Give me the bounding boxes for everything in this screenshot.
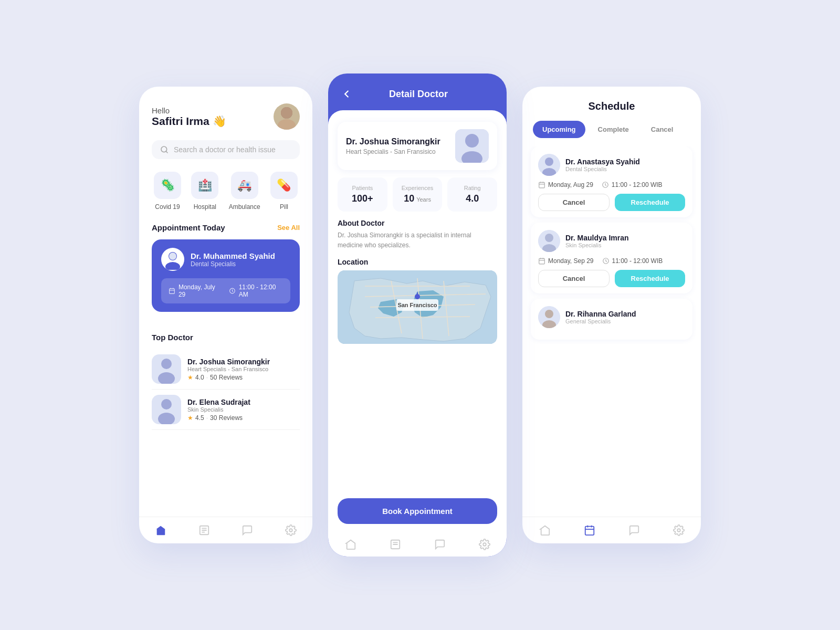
svg-point-44: [545, 158, 553, 166]
detail-title: Detail Doctor: [359, 89, 478, 100]
svg-rect-54: [539, 258, 545, 264]
location-title: Location: [338, 258, 497, 266]
category-hospital[interactable]: 🏥 Hospital: [191, 172, 218, 211]
patients-label: Patients: [343, 185, 382, 191]
home-nav-icon[interactable]: [155, 524, 166, 536]
doctor-thumbnail: [152, 395, 181, 424]
detail-doctor-specialty: Heart Specialis - San Fransisico: [346, 148, 440, 155]
settings-nav-icon[interactable]: [479, 539, 490, 550]
calendar-nav-icon[interactable]: [584, 524, 595, 536]
category-covid-label: Covid 19: [155, 203, 180, 211]
doctor-rating: ★ 4.0 · 50 Reviews: [187, 374, 270, 381]
settings-nav-icon[interactable]: [673, 524, 685, 536]
calendar-icon: [169, 287, 175, 295]
about-text: Dr. Joshua Simorangkir is a specialist i…: [338, 230, 497, 250]
schedule-doctor-name: Dr. Mauldya Imran: [565, 234, 629, 242]
doctor-name: Dr. Joshua Simorangkir: [187, 358, 270, 366]
svg-point-52: [545, 234, 553, 242]
experience-value: 10: [404, 193, 414, 204]
appointment-doctor-name: Dr. Muhammed Syahid: [191, 251, 275, 260]
home-nav-icon[interactable]: [345, 539, 356, 550]
chat-nav-icon[interactable]: [242, 524, 253, 536]
svg-point-6: [165, 262, 180, 270]
cancel-button[interactable]: Cancel: [538, 270, 610, 287]
list-nav-icon[interactable]: [390, 539, 401, 550]
tab-cancel[interactable]: Cancel: [642, 121, 683, 138]
svg-point-60: [545, 310, 553, 318]
schedule-item: Dr. Rihanna Garland General Specialis: [531, 299, 692, 340]
reschedule-button[interactable]: Reschedule: [615, 194, 685, 211]
left-phone-card: Hello Safitri Irma 👋 Search a doctor or …: [139, 87, 312, 543]
doctor-name: Dr. Elena Sudrajat: [187, 398, 250, 406]
list-item[interactable]: Dr. Elena Sudrajat Skin Specialis ★ 4.5 …: [152, 390, 300, 430]
location-section: Location: [338, 258, 497, 344]
doctor-specialty: Skin Specialis: [187, 406, 250, 413]
review-count: 30 Reviews: [210, 414, 243, 422]
chat-nav-icon[interactable]: [628, 524, 640, 536]
rating-value: 4.0: [195, 374, 204, 381]
hospital-icon: 🏥: [191, 172, 218, 199]
detail-header: Detail Doctor: [328, 74, 507, 110]
schedule-title: Schedule: [522, 87, 701, 121]
experience-label: Experiences: [398, 185, 437, 191]
list-nav-icon[interactable]: [198, 524, 210, 536]
bottom-nav: [139, 517, 312, 543]
top-doctor-section: Top Doctor Dr. Joshua Simorangkir Heart …: [139, 333, 312, 430]
schedule-doctor-avatar: [538, 154, 560, 176]
doctor-rating: ★ 4.5 · 30 Reviews: [187, 414, 250, 422]
ambulance-icon: 🚑: [231, 172, 258, 199]
category-hospital-label: Hospital: [194, 203, 216, 211]
avatar[interactable]: [274, 103, 300, 130]
stats-row: Patients 100+ Experiences 10 Years Ratin…: [338, 177, 497, 212]
right-bottom-nav: [522, 517, 701, 543]
svg-rect-62: [585, 527, 594, 536]
doctor-thumbnail: [152, 354, 181, 384]
back-arrow-icon[interactable]: [341, 88, 352, 100]
pill-icon: 💊: [270, 172, 298, 199]
clock-icon: [602, 181, 609, 188]
tab-upcoming[interactable]: Upcoming: [533, 121, 585, 138]
see-all-link[interactable]: See All: [277, 224, 300, 232]
book-appointment-button[interactable]: Book Appointment: [338, 498, 497, 524]
about-section: About Doctor Dr. Joshua Simorangkir is a…: [338, 219, 497, 250]
reschedule-button[interactable]: Reschedule: [615, 270, 685, 287]
review-count: 50 Reviews: [210, 374, 243, 381]
svg-point-2: [281, 107, 292, 119]
tab-complete[interactable]: Complete: [589, 121, 638, 138]
schedule-doctor-specialty: Dental Specialis: [565, 166, 640, 172]
schedule-doctor-name: Dr. Rihanna Garland: [565, 310, 636, 318]
category-ambulance[interactable]: 🚑 Ambulance: [229, 172, 260, 211]
schedule-doctor-specialty: General Specialis: [565, 318, 636, 324]
schedule-time-text: 11:00 - 12:00 WIB: [612, 181, 663, 188]
category-pill[interactable]: 💊 Pill: [270, 172, 298, 211]
search-placeholder: Search a doctor or health issue: [174, 145, 276, 154]
calendar-icon: [538, 181, 545, 188]
chat-nav-icon[interactable]: [434, 539, 446, 550]
about-title: About Doctor: [338, 219, 497, 227]
svg-point-42: [483, 543, 486, 546]
svg-point-7: [169, 253, 176, 260]
covid-icon: 🦠: [154, 172, 181, 199]
svg-point-1: [278, 119, 296, 130]
appointment-date: Monday, July 29: [169, 284, 220, 298]
greeting-text: Hello: [152, 106, 226, 115]
svg-point-14: [161, 359, 172, 369]
rating-value: 4.0: [453, 193, 492, 204]
tabs-row: Upcoming Complete Cancel: [522, 121, 701, 146]
list-item[interactable]: Dr. Joshua Simorangkir Heart Specialis -…: [152, 349, 300, 390]
schedule-date: Monday, Sep 29: [538, 257, 594, 265]
schedule-item: Dr. Mauldya Imran Skin Specialis Monday,…: [531, 223, 692, 293]
settings-nav-icon[interactable]: [285, 524, 297, 536]
search-bar[interactable]: Search a doctor or health issue: [152, 140, 300, 159]
home-nav-icon[interactable]: [539, 524, 551, 536]
schedule-date-text: Monday, Sep 29: [548, 257, 594, 265]
appointment-section-title: Appointment Today: [152, 223, 225, 232]
schedule-time: 11:00 - 12:00 WIB: [602, 257, 663, 265]
schedule-time: 11:00 - 12:00 WIB: [602, 181, 663, 188]
schedule-actions: Cancel Reschedule: [538, 194, 685, 211]
cancel-button[interactable]: Cancel: [538, 194, 610, 211]
clock-icon: [229, 287, 236, 295]
category-covid[interactable]: 🦠 Covid 19: [154, 172, 181, 211]
svg-text:San Francisco: San Francisco: [397, 302, 437, 308]
patients-value: 100+: [343, 193, 382, 204]
